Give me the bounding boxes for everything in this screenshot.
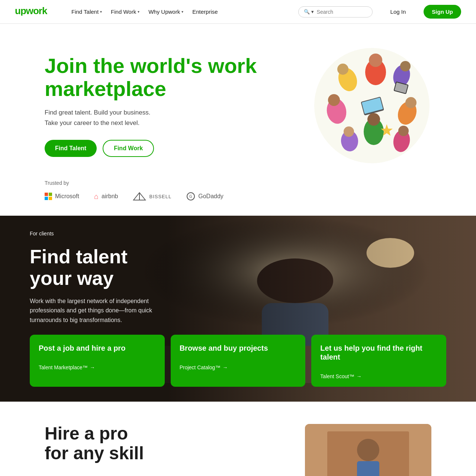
talent-marketplace-card[interactable]: Post a job and hire a pro Talent Marketp…	[30, 335, 165, 387]
search-icon: 🔍	[304, 9, 310, 15]
svg-point-20	[344, 126, 354, 137]
project-catalog-card[interactable]: Browse and buy projects Project Catalog™…	[171, 335, 306, 387]
hire-pro-section: Hire a pro for any skill	[0, 402, 476, 476]
hero-section: Join the world's work marketplace Find g…	[0, 24, 476, 180]
arrow-right-icon: →	[356, 373, 361, 379]
svg-point-16	[405, 97, 416, 108]
for-clients-section: For clients Find talent your way Work wi…	[0, 216, 476, 402]
for-clients-title: Find talent your way	[30, 246, 446, 289]
nav-enterprise[interactable]: Enterprise	[189, 6, 221, 18]
login-button[interactable]: Log In	[385, 6, 412, 18]
project-catalog-link[interactable]: Project Catalog™ →	[180, 364, 297, 370]
nav-find-work[interactable]: Find Work ▾	[107, 6, 143, 18]
card-title-2: Browse and buy projects	[180, 344, 297, 353]
find-talent-button[interactable]: Find Talent	[45, 140, 97, 157]
talent-marketplace-link[interactable]: Talent Marketplace™ →	[39, 364, 156, 370]
svg-point-4	[369, 54, 382, 67]
svg-rect-37	[357, 461, 379, 476]
chevron-down-icon: ▾	[100, 10, 102, 14]
bissell-logo: BISSELL	[133, 192, 171, 201]
svg-point-8	[400, 61, 411, 71]
trusted-logos: Microsoft ⌂ airbnb BISSELL G GoDaddy	[45, 192, 431, 201]
godaddy-icon: G	[186, 192, 195, 201]
nav-why-upwork[interactable]: Why Upwork ▾	[145, 6, 187, 18]
svg-point-6	[337, 64, 348, 75]
svg-text:upwork: upwork	[15, 5, 48, 16]
svg-text:G: G	[189, 194, 192, 199]
airbnb-icon: ⌂	[94, 192, 99, 201]
svg-point-36	[357, 439, 379, 461]
chevron-down-icon: ▾	[311, 9, 314, 15]
hero-illustration	[312, 46, 431, 165]
hero-buttons: Find Talent Find Work	[45, 140, 298, 157]
search-input[interactable]	[317, 9, 367, 15]
signup-button[interactable]: Sign Up	[424, 5, 461, 19]
find-work-button[interactable]: Find Work	[103, 140, 154, 157]
search-type-dropdown[interactable]: 🔍 ▾	[304, 9, 314, 15]
card-title-3: Let us help you find the right talent	[320, 344, 437, 361]
arrow-right-icon: →	[90, 364, 95, 370]
arrow-right-icon: →	[222, 364, 228, 370]
logo[interactable]: upwork	[15, 5, 53, 18]
trusted-section: Trusted by Microsoft ⌂ airbnb BISSELL	[0, 180, 476, 216]
for-clients-description: Work with the largest network of indepen…	[30, 296, 171, 325]
bissell-icon	[133, 192, 146, 201]
card-title-1: Post a job and hire a pro	[39, 344, 156, 353]
talent-scout-card[interactable]: Let us help you find the right talent Ta…	[311, 335, 446, 387]
hire-pro-left: Hire a pro for any skill	[45, 424, 283, 463]
for-clients-middle: Find talent your way Work with the large…	[30, 237, 446, 335]
godaddy-logo: G GoDaddy	[186, 192, 223, 201]
chevron-down-icon: ▾	[181, 10, 183, 14]
for-clients-tag: For clients	[30, 231, 446, 237]
hire-pro-image	[305, 424, 431, 476]
for-clients-content: For clients Find talent your way Work wi…	[0, 216, 476, 402]
chevron-down-icon: ▾	[138, 10, 139, 14]
main-nav: Find Talent ▾ Find Work ▾ Why Upwork ▾ E…	[68, 6, 222, 18]
svg-point-12	[328, 94, 340, 106]
hero-title: Join the world's work marketplace	[45, 54, 298, 100]
talent-scout-link[interactable]: Talent Scout™ →	[320, 373, 437, 379]
for-clients-cards: Post a job and hire a pro Talent Marketp…	[30, 335, 446, 387]
svg-point-14	[367, 113, 380, 126]
search-bar: 🔍 ▾	[298, 6, 373, 17]
microsoft-logo: Microsoft	[45, 193, 79, 200]
hire-pro-title: Hire a pro for any skill	[45, 424, 283, 463]
microsoft-icon	[45, 193, 52, 200]
airbnb-logo: ⌂ airbnb	[94, 192, 118, 201]
nav-find-talent[interactable]: Find Talent ▾	[68, 6, 106, 18]
trusted-label: Trusted by	[45, 180, 431, 186]
hero-subtitle: Find great talent. Build your business. …	[45, 107, 298, 128]
hero-left: Join the world's work marketplace Find g…	[45, 54, 298, 157]
svg-point-18	[398, 126, 409, 136]
header: upwork Find Talent ▾ Find Work ▾ Why Upw…	[0, 0, 476, 24]
